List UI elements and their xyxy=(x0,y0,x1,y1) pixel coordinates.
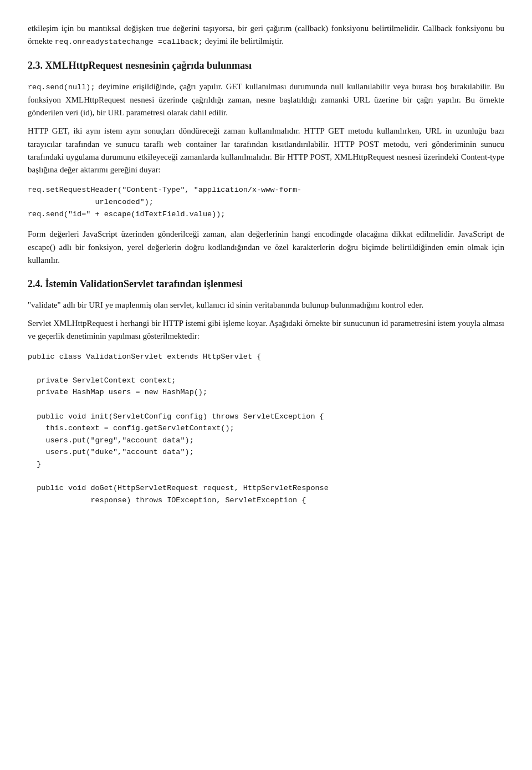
section-2-3-paragraph-2: HTTP GET, iki aynı istem aynı sonuçları … xyxy=(28,125,504,176)
intro-text-2: deyimi ile belirtilmiştir. xyxy=(203,37,284,45)
intro-paragraph: etkileşim için bu mantıksal değişken tru… xyxy=(28,22,504,48)
page-content: etkileşim için bu mantıksal değişken tru… xyxy=(28,22,504,506)
send-null-code: req.send(null); xyxy=(28,83,95,91)
section-2-3-paragraph-3: Form değerleri JavaScript üzerinden gönd… xyxy=(28,228,504,267)
intro-inline-code: req.onreadystatechange =callback; xyxy=(55,38,203,46)
section-2-4-paragraph-1: "validate" adlı bir URI ye maplenmiş ola… xyxy=(28,299,504,312)
section-2-4-paragraph-2: Servlet XMLHttpRequest i herhangi bir HT… xyxy=(28,317,504,343)
section-2-3-heading: 2.3. XMLHttpRequest nesnesinin çağrıda b… xyxy=(28,58,504,74)
section-2-3-paragraph-1: req.send(null); deyimine erişildiğinde, … xyxy=(28,80,504,119)
code-block-1: req.setRequestHeader("Content-Type", "ap… xyxy=(28,184,504,220)
section-2-3-text-1: deyimine erişildiğinde, çağrı yapılır. G… xyxy=(28,82,504,117)
section-2-4-heading: 2.4. İstemin ValidationServlet tarafında… xyxy=(28,277,504,292)
code-block-2: public class ValidationServlet extends H… xyxy=(28,351,504,507)
